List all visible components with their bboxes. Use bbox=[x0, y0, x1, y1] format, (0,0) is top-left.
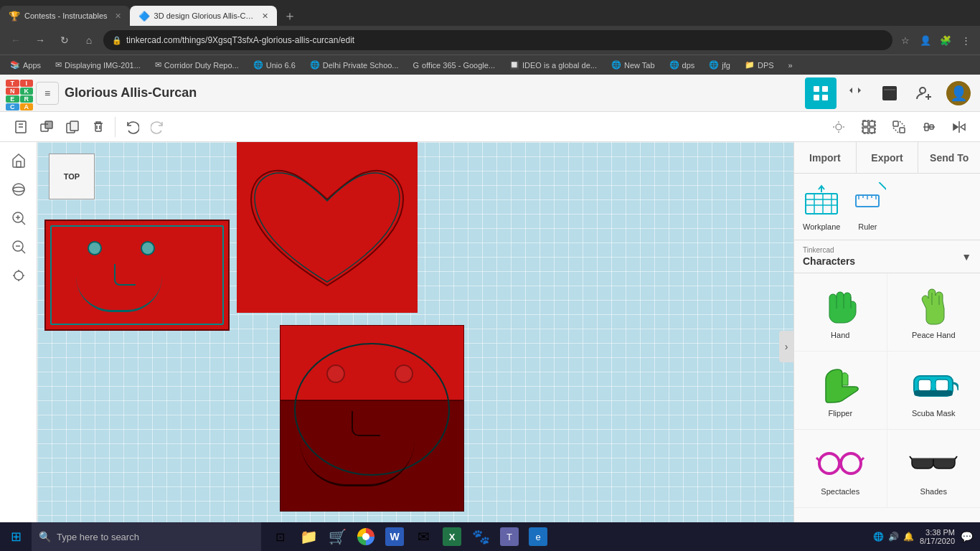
align-button[interactable] bbox=[917, 115, 941, 139]
tab-instructables[interactable]: 🏆 Contests - Instructables ✕ bbox=[0, 6, 130, 26]
address-bar-row: ← → ↻ ⌂ 🔒 tinkercad.com/things/9XgsqT3sf… bbox=[0, 26, 980, 55]
taskbar-app-mail[interactable]: ✉ bbox=[410, 524, 436, 550]
chrome-user-icon[interactable]: 👤 bbox=[917, 32, 934, 49]
copy-to-workplane-button[interactable] bbox=[34, 115, 59, 139]
star-button[interactable]: ☆ bbox=[897, 32, 914, 49]
spectacles-icon bbox=[811, 441, 869, 484]
tab-close-tinkercad[interactable]: ✕ bbox=[262, 11, 268, 21]
toolbar bbox=[0, 112, 980, 142]
bookmark-corridor[interactable]: ✉Corridor Duty Repo... bbox=[151, 59, 243, 71]
extensions-icon[interactable]: 🧩 bbox=[937, 32, 954, 49]
flip-button[interactable] bbox=[947, 115, 971, 139]
codeblocks-button[interactable] bbox=[839, 77, 871, 109]
ruler-button[interactable]: Ruler bbox=[849, 182, 886, 231]
back-button[interactable]: ← bbox=[6, 30, 26, 50]
workplane-button[interactable]: Workplane bbox=[803, 182, 840, 231]
grid-view-button[interactable] bbox=[805, 77, 837, 109]
taskbar-app-app1[interactable]: 🐾 bbox=[468, 524, 494, 550]
workplane-label: Workplane bbox=[803, 222, 840, 231]
svg-rect-16 bbox=[70, 121, 78, 131]
settings-icon[interactable]: ⋮ bbox=[957, 32, 974, 49]
shape-face-1[interactable] bbox=[44, 220, 230, 331]
bookmark-delhi[interactable]: 🌐Delhi Private Schoo... bbox=[306, 59, 403, 71]
svg-rect-1 bbox=[822, 86, 828, 92]
zoom-out-button[interactable] bbox=[6, 234, 32, 260]
delete-button[interactable] bbox=[86, 115, 110, 139]
bookmark-gmail[interactable]: ✉Displaying IMG-201... bbox=[51, 59, 145, 71]
shape-peace-hand[interactable]: Peace Hand bbox=[887, 273, 981, 352]
add-user-button[interactable] bbox=[908, 77, 940, 109]
bookmark-newtab[interactable]: 🌐New Tab bbox=[607, 59, 659, 71]
taskbar-app-chrome[interactable] bbox=[353, 524, 379, 550]
taskbar-app-taskview[interactable]: ⊡ bbox=[267, 524, 293, 550]
home-view-button[interactable] bbox=[6, 148, 32, 174]
ungroup-button[interactable] bbox=[887, 115, 911, 139]
bookmark-unio[interactable]: 🌐Unio 6.6 bbox=[249, 59, 300, 71]
tab-tinkercad[interactable]: 🔷 3D design Glorious Allis-Curcan ✕ bbox=[130, 6, 277, 26]
taskbar-app-store[interactable]: 🛒 bbox=[324, 524, 350, 550]
taskbar-app-teams[interactable]: T bbox=[496, 524, 522, 550]
redo-button[interactable] bbox=[146, 115, 170, 139]
new-design-button[interactable] bbox=[9, 115, 33, 139]
home-button[interactable]: ⌂ bbox=[79, 30, 99, 50]
undo-button[interactable] bbox=[120, 115, 144, 139]
action-center-button[interactable]: 💬 bbox=[961, 531, 973, 542]
notification-icon[interactable]: 🔔 bbox=[903, 532, 914, 542]
orbit-button[interactable] bbox=[6, 176, 32, 202]
shape-scuba-mask[interactable]: Scuba Mask bbox=[887, 352, 981, 430]
shape-face-2[interactable] bbox=[280, 325, 464, 512]
reload-button[interactable]: ↻ bbox=[55, 30, 75, 50]
taskbar-app-word[interactable]: W bbox=[382, 524, 407, 550]
light-icon[interactable] bbox=[826, 115, 851, 139]
volume-icon[interactable]: 🔊 bbox=[888, 532, 899, 542]
shape-hand[interactable]: Hand bbox=[794, 273, 887, 352]
svg-rect-28 bbox=[863, 128, 868, 133]
start-button[interactable]: ⊞ bbox=[0, 522, 32, 551]
taskbar-search[interactable]: 🔍 Type here to search bbox=[32, 522, 261, 551]
taskbar-app-ie[interactable]: e bbox=[525, 524, 551, 550]
send-to-button[interactable]: Send To bbox=[918, 142, 980, 173]
category-dropdown-arrow[interactable]: ▼ bbox=[961, 251, 971, 263]
import-button[interactable]: Import bbox=[794, 142, 857, 173]
sim-button[interactable] bbox=[874, 77, 905, 109]
library-selector[interactable]: Tinkercad Characters bbox=[803, 246, 855, 267]
group-button[interactable] bbox=[857, 115, 881, 139]
scuba-mask-label: Scuba Mask bbox=[912, 409, 956, 418]
fit-view-button[interactable] bbox=[6, 263, 32, 288]
svg-rect-4 bbox=[882, 86, 897, 100]
svg-line-85 bbox=[861, 458, 864, 461]
zoom-in-button[interactable] bbox=[6, 205, 32, 231]
svg-line-84 bbox=[816, 458, 819, 461]
shape-flipper[interactable]: Flipper bbox=[794, 352, 887, 430]
tinkercad-brand[interactable]: T I N K E R C A bbox=[6, 80, 33, 107]
bookmark-apps[interactable]: 📚Apps bbox=[6, 59, 45, 71]
taskbar-clock[interactable]: 3:38 PM 8/17/2020 bbox=[920, 528, 955, 545]
shape-shades[interactable]: Shades bbox=[887, 430, 981, 508]
forward-button[interactable]: → bbox=[30, 30, 50, 50]
taskbar-app-excel[interactable]: X bbox=[439, 524, 465, 550]
shape-spectacles[interactable]: Spectacles bbox=[794, 430, 887, 508]
new-tab-button[interactable]: ＋ bbox=[280, 6, 300, 26]
search-icon: 🔍 bbox=[39, 531, 51, 542]
viewport[interactable]: TOP bbox=[37, 142, 793, 551]
bookmark-dps[interactable]: 🌐dps bbox=[665, 59, 699, 71]
tab-close-instructables[interactable]: ✕ bbox=[115, 11, 121, 21]
svg-rect-2 bbox=[814, 95, 819, 100]
lock-icon: 🔒 bbox=[112, 36, 122, 45]
bookmark-google[interactable]: Goffice 365 - Google... bbox=[409, 60, 499, 71]
svg-rect-77 bbox=[918, 380, 931, 391]
svg-rect-31 bbox=[893, 121, 898, 126]
bookmark-dps2[interactable]: 📁DPS bbox=[740, 59, 778, 71]
bookmark-jfg[interactable]: 🌐jfg bbox=[705, 59, 735, 71]
duplicate-button[interactable] bbox=[60, 115, 85, 139]
address-box[interactable]: 🔒 tinkercad.com/things/9XgsqT3sfxA-glori… bbox=[103, 30, 892, 50]
export-button[interactable]: Export bbox=[857, 142, 919, 173]
shape-heart[interactable] bbox=[237, 142, 418, 313]
bookmark-more[interactable]: » bbox=[784, 60, 797, 71]
bookmark-ideo[interactable]: 🔲IDEO is a global de... bbox=[505, 59, 601, 71]
network-icon[interactable]: 🌐 bbox=[873, 532, 884, 542]
menu-icon[interactable]: ≡ bbox=[36, 82, 59, 105]
canvas-toggle-button[interactable]: › bbox=[779, 331, 793, 362]
avatar[interactable]: 👤 bbox=[943, 77, 974, 109]
taskbar-app-files[interactable]: 📁 bbox=[296, 524, 321, 550]
